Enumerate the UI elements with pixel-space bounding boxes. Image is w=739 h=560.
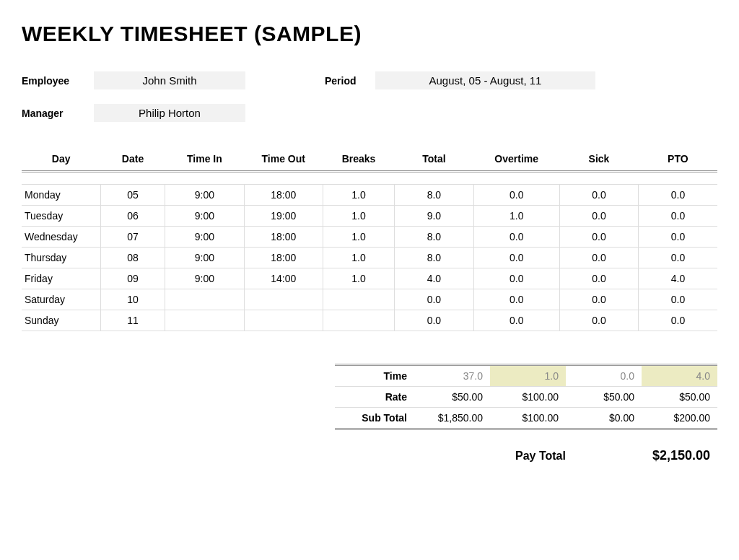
table-cell: 8.0 — [395, 248, 473, 268]
table-cell: 0.0 — [639, 289, 717, 310]
table-cell: 1.0 — [323, 185, 394, 206]
table-cell: 0.0 — [559, 310, 638, 331]
table-cell: 0.0 — [559, 227, 638, 248]
table-cell: 0.0 — [395, 310, 473, 331]
table-row: Saturday100.00.00.00.0 — [22, 289, 717, 310]
table-cell — [165, 289, 244, 310]
table-row: Thursday089:0018:001.08.00.00.00.0 — [22, 248, 717, 268]
employee-label: Employee — [22, 75, 87, 87]
table-cell: 0.0 — [559, 248, 638, 268]
table-cell: 07 — [100, 227, 165, 248]
table-cell: 14:00 — [244, 268, 323, 289]
table-cell: 0.0 — [473, 268, 559, 289]
col-sick: Sick — [559, 147, 638, 172]
table-cell: 1.0 — [323, 206, 394, 227]
table-cell: Tuesday — [22, 206, 100, 227]
employee-value: John Smith — [94, 71, 245, 89]
summary-table: Time 37.0 1.0 0.0 4.0 Rate $50.00 $100.0… — [335, 364, 717, 430]
table-cell: 0.0 — [473, 248, 559, 268]
table-row: Monday059:0018:001.08.00.00.00.0 — [22, 185, 717, 206]
col-overtime: Overtime — [473, 147, 559, 172]
col-total: Total — [395, 147, 473, 172]
header-row: Day Date Time In Time Out Breaks Total O… — [22, 147, 717, 172]
table-cell: 8.0 — [395, 185, 473, 206]
pay-total-row: Pay Total $2,150.00 — [22, 448, 717, 463]
summary-time-total: 37.0 — [414, 365, 490, 387]
summary-section: Time 37.0 1.0 0.0 4.0 Rate $50.00 $100.0… — [22, 364, 717, 430]
table-cell: 0.0 — [639, 206, 717, 227]
timesheet-table: Day Date Time In Time Out Breaks Total O… — [22, 147, 717, 331]
summary-time-row: Time 37.0 1.0 0.0 4.0 — [335, 365, 717, 387]
summary-rate-pto: $50.00 — [642, 387, 717, 408]
table-cell: 4.0 — [639, 268, 717, 289]
table-cell: 0.0 — [639, 248, 717, 268]
meta-row-2: Manager Philip Horton — [22, 104, 717, 122]
pay-total-label: Pay Total — [515, 450, 566, 463]
table-cell: 0.0 — [559, 289, 638, 310]
summary-subtotal-row: Sub Total $1,850.00 $100.00 $0.00 $200.0… — [335, 408, 717, 429]
table-cell — [323, 310, 394, 331]
col-time-in: Time In — [165, 147, 244, 172]
table-cell: 05 — [100, 185, 165, 206]
table-cell: 0.0 — [473, 289, 559, 310]
table-cell: Friday — [22, 268, 100, 289]
table-cell: 9.0 — [395, 206, 473, 227]
table-cell: 18:00 — [244, 248, 323, 268]
col-time-out: Time Out — [244, 147, 323, 172]
table-cell: 10 — [100, 289, 165, 310]
table-cell: 1.0 — [323, 268, 394, 289]
col-day: Day — [22, 147, 100, 172]
summary-rate-total: $50.00 — [414, 387, 490, 408]
table-cell: 06 — [100, 206, 165, 227]
table-row: Sunday110.00.00.00.0 — [22, 310, 717, 331]
table-cell: 0.0 — [559, 185, 638, 206]
table-cell: 11 — [100, 310, 165, 331]
table-cell: 0.0 — [473, 310, 559, 331]
pay-total-value: $2,150.00 — [652, 448, 710, 463]
table-cell: 1.0 — [323, 248, 394, 268]
table-cell: 9:00 — [165, 227, 244, 248]
table-cell: 9:00 — [165, 248, 244, 268]
table-cell: 18:00 — [244, 185, 323, 206]
summary-subtotal-ot: $100.00 — [490, 408, 566, 429]
table-cell: 0.0 — [473, 227, 559, 248]
table-cell: 0.0 — [639, 227, 717, 248]
meta-row-1: Employee John Smith Period August, 05 - … — [22, 71, 717, 89]
col-breaks: Breaks — [323, 147, 394, 172]
summary-subtotal-sick: $0.00 — [566, 408, 642, 429]
summary-time-sick: 0.0 — [566, 365, 642, 387]
table-cell: 0.0 — [473, 185, 559, 206]
table-cell: 8.0 — [395, 227, 473, 248]
table-cell: 9:00 — [165, 185, 244, 206]
col-pto: PTO — [639, 147, 717, 172]
table-row: Tuesday069:0019:001.09.01.00.00.0 — [22, 206, 717, 227]
table-cell: Saturday — [22, 289, 100, 310]
summary-time-ot: 1.0 — [490, 365, 566, 387]
table-cell: Sunday — [22, 310, 100, 331]
table-cell: 9:00 — [165, 268, 244, 289]
table-cell — [244, 310, 323, 331]
table-cell: 0.0 — [395, 289, 473, 310]
summary-time-pto: 4.0 — [642, 365, 717, 387]
table-cell: 1.0 — [323, 227, 394, 248]
table-cell: Wednesday — [22, 227, 100, 248]
table-cell — [244, 289, 323, 310]
summary-rate-sick: $50.00 — [566, 387, 642, 408]
manager-label: Manager — [22, 108, 87, 119]
table-cell: 09 — [100, 268, 165, 289]
table-cell: 18:00 — [244, 227, 323, 248]
summary-rate-ot: $100.00 — [490, 387, 566, 408]
table-cell: 4.0 — [395, 268, 473, 289]
summary-rate-row: Rate $50.00 $100.00 $50.00 $50.00 — [335, 387, 717, 408]
summary-subtotal-total: $1,850.00 — [414, 408, 490, 429]
table-cell: 1.0 — [473, 206, 559, 227]
col-date: Date — [100, 147, 165, 172]
summary-subtotal-label: Sub Total — [335, 408, 414, 429]
table-cell: Monday — [22, 185, 100, 206]
table-cell: 0.0 — [639, 185, 717, 206]
page-title: WEEKLY TIMESHEET (SAMPLE) — [22, 22, 717, 46]
period-value: August, 05 - August, 11 — [375, 71, 595, 89]
table-cell: 0.0 — [639, 310, 717, 331]
table-row: Wednesday079:0018:001.08.00.00.00.0 — [22, 227, 717, 248]
table-row: Friday099:0014:001.04.00.00.04.0 — [22, 268, 717, 289]
